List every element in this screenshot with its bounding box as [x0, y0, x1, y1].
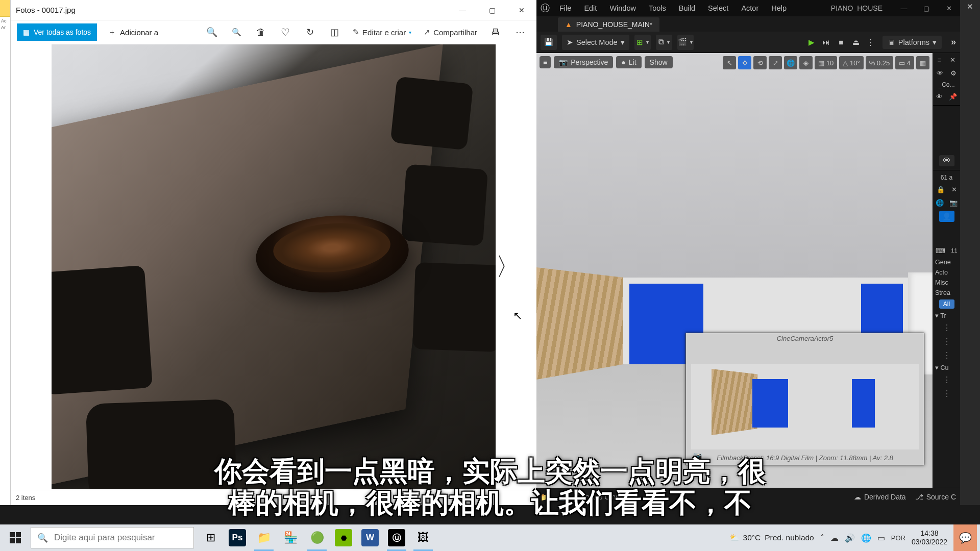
lit-mode-button[interactable]: ●Lit [616, 56, 641, 68]
taskbar-explorer[interactable]: 📁 [251, 524, 277, 551]
taskbar-photoshop[interactable]: Ps [225, 524, 250, 551]
tray-expand-button[interactable]: ˄ [820, 533, 824, 543]
visibility-icon[interactable]: 👁 [936, 93, 943, 101]
rotate-tool-button[interactable]: ⟲ [753, 56, 767, 69]
property-row[interactable]: ⋮ [933, 335, 960, 348]
viewport-layout-button[interactable]: ▦ [916, 56, 929, 69]
scale-tool-button[interactable]: ⤢ [769, 56, 782, 69]
platforms-button[interactable]: 🖥 Platforms ▾ [883, 36, 942, 49]
add-content-button[interactable]: ⊞▾ [634, 35, 651, 50]
coord-space-button[interactable]: 🌐 [784, 56, 797, 69]
taskbar-nvidia[interactable]: ⬣ [331, 524, 356, 551]
maximize-button[interactable]: ▢ [477, 0, 507, 20]
more-button[interactable]: ⋯ [510, 22, 530, 42]
ue-maximize-button[interactable]: ▢ [915, 0, 938, 16]
menu-window[interactable]: Window [604, 1, 642, 15]
taskbar-store[interactable]: 🏪 [278, 524, 303, 551]
crop-button[interactable]: ◫ [324, 22, 345, 42]
ue-viewport[interactable]: ≡ 📷Perspective ●Lit Show ↖ ✥ ⟲ ⤢ 🌐 ◈ ▦ 1… [536, 53, 933, 488]
cat-general[interactable]: Gene [935, 257, 960, 267]
notifications-button[interactable]: 💬 [953, 524, 977, 551]
cat-streaming[interactable]: Strea [935, 288, 960, 298]
translate-tool-button[interactable]: ✥ [738, 56, 751, 69]
see-all-photos-button[interactable]: ▦ Ver todas as fotos [17, 23, 97, 41]
add-to-button[interactable]: ＋ Adicionar a [101, 23, 165, 42]
visibility-toggle[interactable]: 👁 [939, 155, 954, 166]
viewport-options-button[interactable]: ≡ [540, 56, 551, 68]
taskbar-clock[interactable]: 14:38 03/03/2022 [912, 529, 947, 546]
menu-tools[interactable]: Tools [643, 1, 672, 15]
ue-titlebar[interactable]: ⓤ File Edit Window Tools Build Select Ac… [536, 0, 960, 16]
taskbar-photos[interactable]: 🖼 [410, 524, 436, 551]
section-current[interactable]: ▾ Cu [935, 362, 960, 373]
network-icon[interactable]: 🌐 [861, 533, 871, 543]
volume-icon[interactable]: 🔊 [845, 533, 855, 543]
zoom-out-button[interactable]: 🔍 [226, 22, 247, 42]
grid-snap-button[interactable]: ▦ 10 [815, 56, 837, 69]
language-indicator[interactable]: POR [891, 534, 905, 542]
zoom-in-button[interactable]: 🔍 [202, 22, 222, 42]
collision-label[interactable]: _Co... [933, 80, 960, 90]
eye-icon[interactable]: 👁 [937, 69, 943, 77]
property-row[interactable]: ⋮ [933, 373, 960, 387]
cat-all[interactable]: All [939, 299, 954, 309]
perspective-button[interactable]: 📷Perspective [554, 56, 613, 68]
section-transform[interactable]: ▾ Tr [935, 310, 960, 321]
taskbar-unreal[interactable]: ⓤ [384, 524, 409, 551]
globe-icon[interactable]: 🌐 [936, 199, 944, 207]
menu-edit[interactable]: Edit [578, 1, 602, 15]
settings-expand-button[interactable]: » [951, 37, 956, 47]
menu-help[interactable]: Help [766, 1, 792, 15]
photos-titlebar[interactable]: Fotos - 00017.jpg — ▢ ✕ [11, 0, 536, 20]
onedrive-icon[interactable]: ☁ [830, 533, 839, 543]
taskbar-word[interactable]: W [357, 524, 383, 551]
camera-speed-button[interactable]: ▭ 4 [895, 56, 914, 69]
eject-button[interactable]: ⏏ [849, 36, 863, 49]
camera-preview-panel[interactable]: CineCameraActor5 📷 FilmbackPreset: 16:9 … [685, 333, 924, 465]
play-options-button[interactable]: ⋮ [864, 36, 877, 49]
menu-actor[interactable]: Actor [736, 1, 764, 15]
property-row[interactable]: ⋮ [933, 321, 960, 335]
close-icon[interactable]: ✕ [960, 2, 980, 11]
surface-snap-button[interactable]: ◈ [799, 56, 813, 69]
task-view-button[interactable]: ⊞ [198, 524, 224, 551]
play-button[interactable]: ▶ [805, 36, 818, 49]
share-button[interactable]: ↗ Compartilhar [420, 22, 481, 42]
delete-button[interactable]: 🗑 [251, 22, 271, 42]
print-button[interactable]: 🖶 [485, 22, 506, 42]
battery-icon[interactable]: ▭ [877, 533, 885, 543]
angle-snap-button[interactable]: △ 10° [839, 56, 863, 69]
select-mode-button[interactable]: ➤ Select Mode ▾ [562, 35, 629, 50]
save-button[interactable]: 💾 [541, 35, 557, 50]
taskbar-search[interactable]: 🔍 Digite aqui para pesquisar [31, 527, 194, 548]
property-row[interactable]: ⋮ [933, 348, 960, 362]
cinematics-button[interactable]: 🎬▾ [677, 35, 694, 50]
stop-button[interactable]: ■ [835, 36, 848, 49]
minimize-button[interactable]: — [448, 0, 477, 20]
camera-icon[interactable]: 📷 [949, 199, 958, 207]
ue-level-tab[interactable]: ▲ PIANO_HOUSE_MAIN* [558, 17, 659, 32]
next-photo-button[interactable]: 〉 [496, 251, 520, 283]
property-row[interactable]: ⋮ [933, 387, 960, 400]
rotate-button[interactable]: ↻ [300, 22, 320, 42]
menu-select[interactable]: Select [702, 1, 734, 15]
weather-widget[interactable]: ⛅ 30°C Pred. nublado [729, 533, 814, 542]
show-button[interactable]: Show [645, 56, 673, 68]
menu-build[interactable]: Build [673, 1, 701, 15]
cat-actor[interactable]: Acto [935, 267, 960, 278]
keyboard-icon[interactable]: ⌨ [936, 247, 945, 255]
pin-icon[interactable]: 📌 [949, 93, 957, 101]
blueprints-button[interactable]: ⧉▾ [656, 35, 672, 50]
selected-actor-badge[interactable]: 👤 [939, 211, 954, 222]
close-icon[interactable]: ✕ [951, 186, 957, 193]
scale-snap-button[interactable]: % 0.25 [866, 56, 894, 69]
cat-misc[interactable]: Misc [935, 278, 960, 288]
start-button[interactable] [0, 524, 31, 551]
ue-minimize-button[interactable]: — [893, 0, 915, 16]
ue-close-button[interactable]: ✕ [938, 0, 960, 16]
list-icon[interactable]: ≡ [938, 56, 942, 64]
gear-icon[interactable]: ⚙ [950, 69, 957, 77]
menu-file[interactable]: File [554, 1, 577, 15]
skip-button[interactable]: ⏭ [820, 36, 833, 49]
select-tool-button[interactable]: ↖ [723, 56, 736, 69]
